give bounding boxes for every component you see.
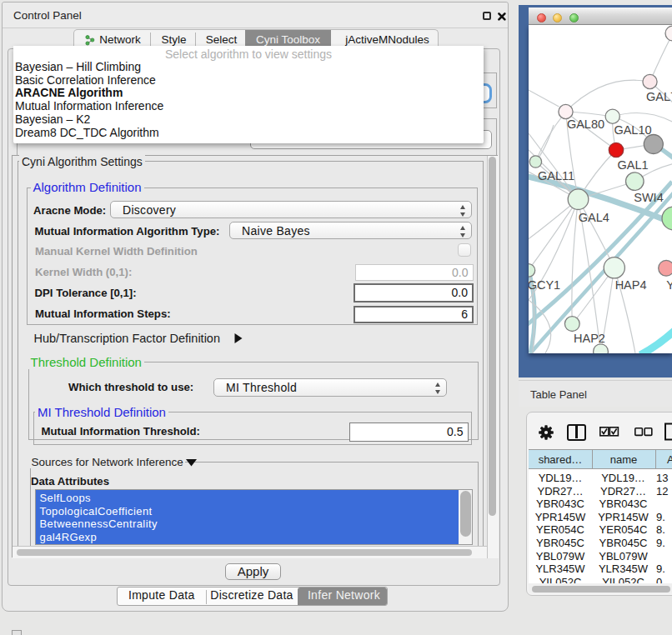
svg-text:GAL1: GAL1 (617, 158, 648, 172)
svg-text:GAL7: GAL7 (646, 90, 672, 103)
svg-text:Y: Y (666, 278, 672, 292)
svg-text:GAL4: GAL4 (579, 211, 609, 224)
svg-text:SWI4: SWI4 (634, 191, 663, 204)
svg-text:GAL11: GAL11 (538, 169, 574, 182)
svg-text:HAP4: HAP4 (615, 278, 647, 292)
svg-text:GCY1: GCY1 (529, 278, 560, 292)
svg-text:GAL80: GAL80 (567, 118, 604, 131)
svg-text:HAP2: HAP2 (574, 332, 605, 345)
svg-text:GAL10: GAL10 (614, 123, 651, 137)
